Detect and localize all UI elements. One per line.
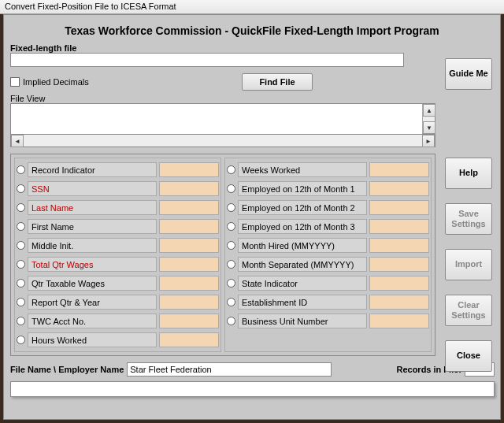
field-value-input[interactable] xyxy=(369,238,429,253)
file-view-textarea[interactable]: ▲ ▼ xyxy=(10,103,435,135)
field-label[interactable]: Month Separated (MMYYYY) xyxy=(238,257,367,272)
field-value-input[interactable] xyxy=(159,276,219,291)
radio-icon[interactable] xyxy=(227,279,235,288)
field-row: Employed on 12th of Month 2 xyxy=(227,199,429,217)
field-label[interactable]: State Indicator xyxy=(238,276,367,291)
radio-icon[interactable] xyxy=(17,203,25,212)
scrollbar-vertical[interactable]: ▲ ▼ xyxy=(422,104,435,134)
employer-name-input[interactable]: Star Fleet Federation xyxy=(127,362,332,377)
scroll-right-icon[interactable]: ► xyxy=(422,135,435,147)
field-label[interactable]: Record Indicator xyxy=(28,162,157,177)
field-row: Last Name xyxy=(17,199,219,217)
field-row: Qtr Taxable Wages xyxy=(17,274,219,292)
radio-icon[interactable] xyxy=(17,260,25,269)
radio-icon[interactable] xyxy=(227,241,235,250)
page-title: Texas Workforce Commission - QuickFile F… xyxy=(10,20,494,43)
filename-label: File Name \ Employer Name xyxy=(10,365,124,374)
field-row: Employed on 12th of Month 3 xyxy=(227,217,429,236)
field-row: Month Separated (MMYYYY) xyxy=(227,255,429,273)
field-label[interactable]: TWC Acct No. xyxy=(28,314,157,328)
find-file-button[interactable]: Find File xyxy=(242,73,313,91)
field-label[interactable]: Business Unit Number xyxy=(238,314,367,328)
window-title: Convert Fixed-Position File to ICESA For… xyxy=(0,0,504,14)
field-value-input[interactable] xyxy=(159,219,219,234)
field-label[interactable]: Establishment ID xyxy=(238,295,367,310)
status-bar xyxy=(10,381,495,397)
field-row: Total Qtr Wages xyxy=(17,255,219,273)
radio-icon[interactable] xyxy=(227,165,235,174)
field-row: Business Unit Number xyxy=(227,312,429,330)
field-value-input[interactable] xyxy=(369,200,429,215)
fields-column-right: Weeks WorkedEmployed on 12th of Month 1E… xyxy=(224,158,432,352)
field-label[interactable]: Qtr Taxable Wages xyxy=(28,276,157,291)
field-row: SSN xyxy=(17,180,219,198)
radio-icon[interactable] xyxy=(227,222,235,231)
field-label[interactable]: Total Qtr Wages xyxy=(28,257,157,272)
guide-me-button[interactable]: Guide Me xyxy=(445,58,492,90)
field-value-input[interactable] xyxy=(159,162,219,177)
field-label[interactable]: Employed on 12th of Month 1 xyxy=(238,181,367,196)
field-row: Middle Init. xyxy=(17,236,219,254)
field-value-input[interactable] xyxy=(159,181,219,196)
field-row: TWC Acct No. xyxy=(17,312,219,330)
field-value-input[interactable] xyxy=(159,238,219,253)
field-row: Month Hired (MMYYYY) xyxy=(227,236,429,254)
field-label[interactable]: Month Hired (MMYYYY) xyxy=(238,238,367,253)
field-label[interactable]: First Name xyxy=(28,219,157,234)
field-label[interactable]: Employed on 12th of Month 3 xyxy=(238,219,367,234)
scroll-left-icon[interactable]: ◄ xyxy=(11,135,24,147)
checkbox-icon xyxy=(10,77,20,87)
field-row: Record Indicator xyxy=(17,161,219,179)
field-label[interactable]: Report Qtr & Year xyxy=(28,295,157,310)
field-row: Employed on 12th of Month 1 xyxy=(227,180,429,198)
field-value-input[interactable] xyxy=(159,200,219,215)
field-label[interactable]: Weeks Worked xyxy=(238,162,367,177)
import-button[interactable]: Import xyxy=(445,249,492,280)
radio-icon[interactable] xyxy=(17,336,25,344)
field-row: Establishment ID xyxy=(227,293,429,311)
scroll-down-icon[interactable]: ▼ xyxy=(423,121,435,134)
field-value-input[interactable] xyxy=(159,332,219,347)
field-label[interactable]: Employed on 12th of Month 2 xyxy=(238,200,367,215)
fields-column-left: Record IndicatorSSNLast NameFirst NameMi… xyxy=(14,158,221,352)
radio-icon[interactable] xyxy=(17,317,25,325)
radio-icon[interactable] xyxy=(17,184,25,193)
field-label[interactable]: SSN xyxy=(28,181,157,196)
radio-icon[interactable] xyxy=(17,298,25,306)
file-path-input[interactable] xyxy=(10,53,404,67)
clear-settings-button[interactable]: Clear Settings xyxy=(445,295,492,326)
save-settings-button[interactable]: Save Settings xyxy=(445,203,492,235)
field-row: Report Qtr & Year xyxy=(17,293,219,311)
radio-icon[interactable] xyxy=(17,241,25,250)
field-value-input[interactable] xyxy=(369,219,429,234)
radio-icon[interactable] xyxy=(17,165,25,174)
field-row: Weeks Worked xyxy=(227,161,429,179)
scroll-up-icon[interactable]: ▲ xyxy=(423,104,435,117)
help-button[interactable]: Help xyxy=(445,158,492,189)
radio-icon[interactable] xyxy=(17,222,25,231)
radio-icon[interactable] xyxy=(227,298,235,306)
field-value-input[interactable] xyxy=(369,257,429,272)
close-button[interactable]: Close xyxy=(445,340,492,372)
implied-decimals-checkbox[interactable]: Implied Decimals xyxy=(10,77,89,87)
radio-icon[interactable] xyxy=(17,279,25,288)
field-value-input[interactable] xyxy=(369,181,429,196)
radio-icon[interactable] xyxy=(227,203,235,212)
field-label[interactable]: Middle Init. xyxy=(28,238,157,253)
field-label[interactable]: Hours Worked xyxy=(28,332,157,347)
field-value-input[interactable] xyxy=(159,295,219,310)
field-label[interactable]: Last Name xyxy=(28,200,157,215)
field-value-input[interactable] xyxy=(369,314,429,328)
scrollbar-horizontal[interactable]: ◄ ► xyxy=(10,135,435,147)
field-value-input[interactable] xyxy=(369,162,429,177)
radio-icon[interactable] xyxy=(227,184,235,193)
field-row: Hours Worked xyxy=(17,331,219,349)
field-value-input[interactable] xyxy=(159,314,219,328)
radio-icon[interactable] xyxy=(227,317,235,325)
field-value-input[interactable] xyxy=(369,295,429,310)
radio-icon[interactable] xyxy=(227,260,235,269)
field-value-input[interactable] xyxy=(159,257,219,272)
field-row: First Name xyxy=(17,217,219,236)
field-value-input[interactable] xyxy=(369,276,429,291)
file-label: Fixed-length file xyxy=(10,43,494,53)
